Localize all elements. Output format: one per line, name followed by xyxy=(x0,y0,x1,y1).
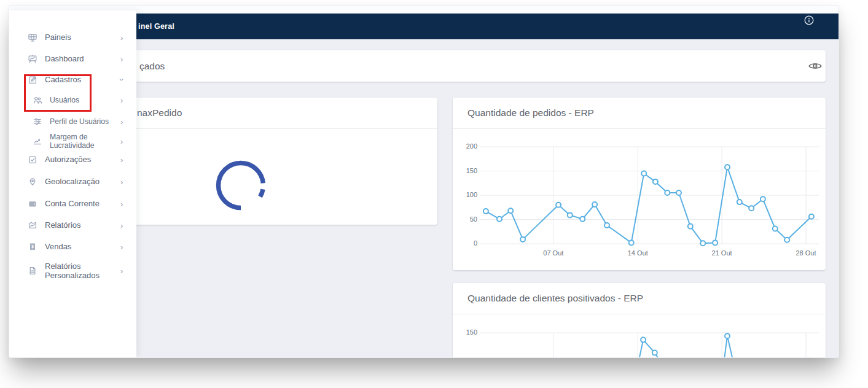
document-icon xyxy=(28,266,37,276)
top-navbar: inel Geral xyxy=(136,14,839,39)
chevron-right-icon: › xyxy=(120,117,123,126)
positive-clients-chart-card: Quantidade de clientes positivados - ERP… xyxy=(453,283,826,358)
orders-line-chart: 20015010050007 Out14 Out21 Out28 Out xyxy=(453,98,826,270)
x-axis-tick-label: 28 Out xyxy=(791,249,821,257)
sidebar-item-label: Perfil de Usuários xyxy=(50,117,117,126)
chevron-right-icon: › xyxy=(120,33,123,42)
filters-card-title: çados xyxy=(139,50,165,82)
filters-card: çados xyxy=(45,50,826,82)
positive-clients-line-chart: 150 xyxy=(453,283,826,358)
profile-list-icon xyxy=(33,117,42,126)
x-axis-tick-label: 14 Out xyxy=(622,249,653,257)
x-axis-tick-label: 07 Out xyxy=(538,249,569,257)
sidebar-item-label: Paineis xyxy=(45,33,106,42)
page-title: inel Geral xyxy=(136,22,174,31)
y-axis-tick-label: 100 xyxy=(455,191,477,198)
eye-icon[interactable] xyxy=(808,61,823,73)
chart-plot xyxy=(480,333,819,358)
chevron-right-icon: › xyxy=(120,137,123,146)
app-window: inel Geral çados naxPedido xyxy=(9,5,839,358)
chart-plot xyxy=(480,147,819,244)
sidebar: Paineis › Dashboard › Cadastros › Usuári… xyxy=(9,10,136,357)
info-circle-icon[interactable] xyxy=(803,15,815,26)
location-pin-icon xyxy=(28,177,37,187)
edit-square-icon xyxy=(28,75,37,85)
profit-chart-icon xyxy=(33,136,42,146)
sidebar-item-cadastros[interactable]: Cadastros › xyxy=(9,72,136,87)
chevron-right-icon: › xyxy=(120,266,123,276)
sidebar-item-vendas[interactable]: $ Vendas › xyxy=(9,239,136,254)
chevron-right-icon: › xyxy=(120,200,123,209)
sidebar-item-dashboard[interactable]: Dashboard › xyxy=(9,52,136,66)
dashboard-icon xyxy=(28,54,37,64)
y-axis-tick-label: 50 xyxy=(455,215,477,223)
sidebar-item-usuarios[interactable]: Usuários › xyxy=(9,93,136,107)
chevron-right-icon: › xyxy=(120,243,123,252)
loading-card-title: naxPedido xyxy=(137,98,182,128)
sidebar-item-label: Margem de Lucratividade xyxy=(50,133,117,150)
sidebar-item-perfil-de-usuarios[interactable]: Perfil de Usuários › xyxy=(9,114,136,129)
y-axis-tick-label: 150 xyxy=(455,328,477,336)
sales-receipt-icon: $ xyxy=(28,242,37,252)
sidebar-item-paineis[interactable]: Paineis › xyxy=(9,30,136,45)
sidebar-item-label: Geolocalização xyxy=(45,177,106,186)
chevron-right-icon: › xyxy=(120,177,123,187)
chevron-right-icon: › xyxy=(120,221,123,230)
sidebar-item-label: Vendas xyxy=(45,242,106,251)
panels-icon xyxy=(28,33,37,42)
orders-chart-card: Quantidade de pedidos - ERP 200150100500… xyxy=(453,98,826,270)
sidebar-item-label: Cadastros xyxy=(45,75,106,84)
y-axis-tick-label: 0 xyxy=(455,239,477,247)
svg-text:$: $ xyxy=(31,244,34,249)
chevron-right-icon: › xyxy=(120,155,123,165)
sidebar-item-relatorios[interactable]: Relatórios › xyxy=(9,218,136,233)
sidebar-item-label: Usuários xyxy=(50,96,117,104)
sidebar-item-label: Dashboard xyxy=(45,54,106,63)
chevron-down-icon: › xyxy=(117,79,127,81)
sidebar-item-relatorios-personalizados[interactable]: Relatórios Personalizados › xyxy=(9,260,136,282)
chevron-right-icon: › xyxy=(120,55,123,64)
x-axis-tick-label: 21 Out xyxy=(706,249,737,257)
sidebar-item-label: Conta Corrente xyxy=(45,199,106,208)
chevron-right-icon: › xyxy=(120,96,123,105)
reports-icon xyxy=(28,220,37,230)
sidebar-item-geolocalizacao[interactable]: Geolocalização › xyxy=(9,174,136,189)
users-icon xyxy=(33,95,42,105)
sidebar-item-label: Autorizações xyxy=(45,155,106,164)
loading-spinner-icon xyxy=(214,159,267,214)
y-axis-tick-label: 150 xyxy=(455,167,477,174)
sidebar-item-conta-corrente[interactable]: Conta Corrente › xyxy=(9,196,136,211)
wallet-icon xyxy=(28,199,37,209)
checkbox-icon xyxy=(28,155,37,165)
sidebar-item-label: Relatórios Personalizados xyxy=(45,262,106,281)
y-axis-tick-label: 200 xyxy=(455,142,477,150)
sidebar-item-label: Relatórios xyxy=(45,220,106,230)
sidebar-item-margem-de-lucratividade[interactable]: Margem de Lucratividade › xyxy=(9,130,136,152)
sidebar-item-autorizacoes[interactable]: Autorizações › xyxy=(9,152,136,167)
